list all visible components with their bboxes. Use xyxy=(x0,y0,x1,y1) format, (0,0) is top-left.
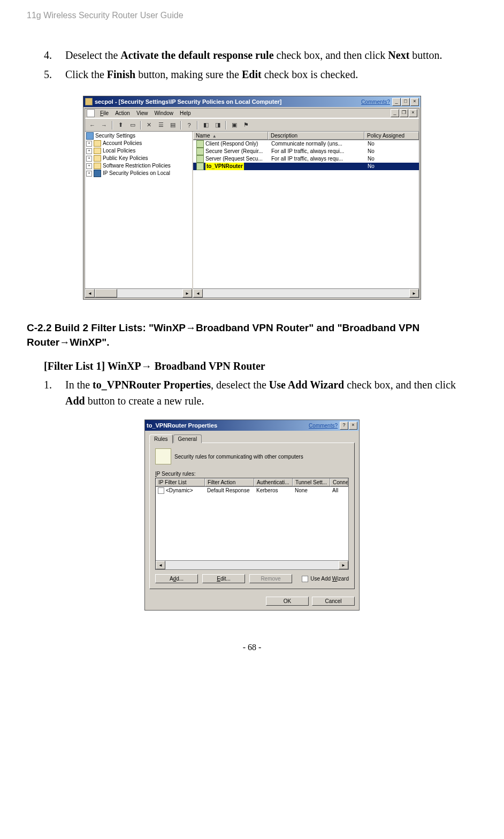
expand-icon[interactable]: + xyxy=(86,148,92,154)
close-button[interactable]: × xyxy=(349,422,357,430)
tree-root[interactable]: Security Settings xyxy=(86,132,191,140)
menu-action[interactable]: Action xyxy=(115,110,130,116)
scroll-right-button[interactable]: ► xyxy=(409,289,419,298)
policy-row[interactable]: Secure Server (Requir... For all IP traf… xyxy=(193,148,419,155)
maximize-button[interactable]: □ xyxy=(401,98,410,106)
properties-button[interactable]: ☰ xyxy=(156,120,166,130)
scroll-right-button[interactable]: ► xyxy=(339,561,348,569)
add-button[interactable]: Add... xyxy=(155,574,198,583)
tree-item[interactable]: + Account Policies xyxy=(86,140,191,147)
folder-icon xyxy=(94,140,101,147)
close-button[interactable]: × xyxy=(410,98,419,106)
tree-item[interactable]: + IP Security Policies on Local xyxy=(86,170,191,177)
export-button[interactable]: ▤ xyxy=(167,120,178,130)
text: button, making sure the xyxy=(135,68,242,80)
text: check box, and then click xyxy=(344,379,456,391)
rule-checkbox[interactable] xyxy=(158,487,164,494)
tree-item[interactable]: + Public Key Policies xyxy=(86,155,191,162)
edit-button[interactable]: Edit... xyxy=(202,574,245,583)
cancel-button[interactable]: Cancel xyxy=(312,597,355,606)
show-hide-button[interactable]: ▭ xyxy=(127,120,138,130)
policy-desc: For all IP traffic, always requi... xyxy=(269,148,365,155)
doc-minimize-button[interactable]: _ xyxy=(391,109,399,117)
window-titlebar[interactable]: secpol - [Security Settings\IP Security … xyxy=(83,96,421,107)
rules-listview[interactable]: IP Filter List Filter Action Authenticat… xyxy=(155,478,349,570)
help-button[interactable]: ? xyxy=(340,422,348,430)
scroll-left-button[interactable]: ◄ xyxy=(156,561,165,569)
tree-label: Public Key Policies xyxy=(103,155,148,162)
policy-desc xyxy=(269,163,365,170)
folder-icon xyxy=(94,163,101,169)
doc-close-button[interactable]: × xyxy=(409,109,417,117)
horizontal-scrollbar[interactable]: ◄ ► xyxy=(193,288,419,298)
text: Click the xyxy=(65,68,107,80)
instruction-item-1: 1. In the to_VPNRouter Properties, desel… xyxy=(44,377,477,409)
column-description[interactable]: Description xyxy=(268,132,364,140)
rule-tunnel: None xyxy=(293,487,330,494)
minimize-button[interactable]: _ xyxy=(392,98,401,106)
delete-button[interactable]: ✕ xyxy=(144,120,154,130)
list-body[interactable]: Client (Respond Only) Communicate normal… xyxy=(193,140,419,288)
tab-general[interactable]: General xyxy=(173,434,202,443)
policy-name: Secure Server (Requir... xyxy=(205,148,263,155)
tree-item[interactable]: + Software Restriction Policies xyxy=(86,162,191,170)
help-button[interactable]: ? xyxy=(184,120,194,130)
policy-row[interactable]: Client (Respond Only) Communicate normal… xyxy=(193,140,419,148)
doc-restore-button[interactable]: ❐ xyxy=(400,109,408,117)
forward-button[interactable]: → xyxy=(99,120,109,130)
tree-item[interactable]: + Local Policies xyxy=(86,147,191,155)
up-button[interactable]: ⬆ xyxy=(116,120,126,130)
use-add-wizard-checkbox[interactable] xyxy=(302,576,308,582)
back-button[interactable]: ← xyxy=(87,120,97,130)
policy-row[interactable]: Server (Request Secu... For all IP traff… xyxy=(193,155,419,163)
col-tunnel[interactable]: Tunnel Sett... xyxy=(293,478,330,486)
dialog-titlebar[interactable]: to_VPNRouter Properties Comments? ? × xyxy=(145,420,359,431)
menubar: File Action View Window Help _ ❐ × xyxy=(85,109,419,118)
policy-name: to_VPNRouter xyxy=(205,163,244,170)
scroll-left-button[interactable]: ◄ xyxy=(85,289,95,298)
ok-button[interactable]: OK xyxy=(266,597,309,606)
policy-assigned: No xyxy=(365,155,419,163)
list-header: Name▲ Description Policy Assigned xyxy=(193,132,419,140)
filter-list-heading: [Filter List 1] WinXP→ Broadband VPN Rou… xyxy=(44,360,477,372)
expand-icon[interactable]: + xyxy=(86,141,92,147)
col-filter-action[interactable]: Filter Action xyxy=(205,478,254,486)
expand-icon[interactable]: + xyxy=(86,171,92,177)
scroll-thumb[interactable] xyxy=(95,289,117,298)
tool-button[interactable]: ◧ xyxy=(201,120,211,130)
rule-row[interactable]: <Dynamic> Default Response Kerberos None… xyxy=(156,487,348,494)
col-filter-list[interactable]: IP Filter List xyxy=(156,478,205,486)
horizontal-scrollbar[interactable]: ◄ ► xyxy=(85,288,192,298)
comments-link[interactable]: Comments? xyxy=(361,99,390,105)
rule-filter-list: <Dynamic> xyxy=(166,487,193,494)
scroll-right-button[interactable]: ► xyxy=(182,289,192,298)
tree-label: IP Security Policies on Local xyxy=(103,170,170,177)
folder-icon xyxy=(94,148,101,154)
tool-button[interactable]: ◨ xyxy=(212,120,223,130)
tool-button[interactable]: ⚑ xyxy=(241,120,251,130)
column-policy[interactable]: Policy Assigned xyxy=(364,132,419,140)
col-conn[interactable]: Conne xyxy=(330,478,348,486)
menu-help[interactable]: Help xyxy=(180,110,191,116)
tool-button[interactable]: ▣ xyxy=(229,120,239,130)
section-heading: C-2.2 Build 2 Filter Lists: "WinXP→Broad… xyxy=(27,321,477,349)
menu-file[interactable]: File xyxy=(100,110,109,116)
expand-icon[interactable]: + xyxy=(86,163,92,169)
item-number: 5. xyxy=(44,66,65,82)
bold-text: Activate the default response rule xyxy=(120,49,273,61)
menu-view[interactable]: View xyxy=(136,110,148,116)
text: Deselect the xyxy=(65,49,120,61)
app-icon xyxy=(85,98,93,105)
item-number: 1. xyxy=(44,377,65,409)
scroll-left-button[interactable]: ◄ xyxy=(193,289,203,298)
toolbar: ← → ⬆ ▭ ✕ ☰ ▤ ? ◧ ◨ ▣ ⚑ xyxy=(85,118,419,132)
tree-view[interactable]: Security Settings + Account Policies + L… xyxy=(85,132,192,288)
menu-window[interactable]: Window xyxy=(154,110,173,116)
expand-icon[interactable]: + xyxy=(86,156,92,162)
col-auth[interactable]: Authenticati... xyxy=(254,478,293,486)
tab-rules[interactable]: Rules xyxy=(149,434,173,444)
comments-link[interactable]: Comments? xyxy=(309,423,338,429)
column-name[interactable]: Name▲ xyxy=(193,132,268,140)
policy-row-selected[interactable]: to_VPNRouter No xyxy=(193,163,419,170)
horizontal-scrollbar[interactable]: ◄ ► xyxy=(156,560,348,569)
